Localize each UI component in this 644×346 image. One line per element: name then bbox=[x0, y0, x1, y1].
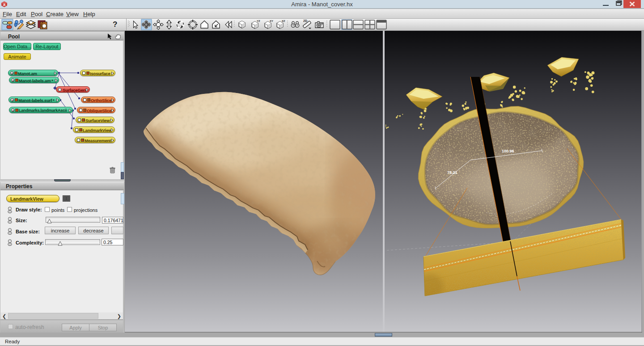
svg-text:XZ: XZ bbox=[282, 20, 285, 22]
svg-text:78.21: 78.21 bbox=[447, 170, 458, 175]
svg-text:2D: 2D bbox=[303, 19, 307, 22]
svg-text:YZ: YZ bbox=[257, 20, 260, 22]
svg-text:100.96: 100.96 bbox=[502, 149, 514, 153]
svg-text:XY: XY bbox=[270, 20, 273, 22]
